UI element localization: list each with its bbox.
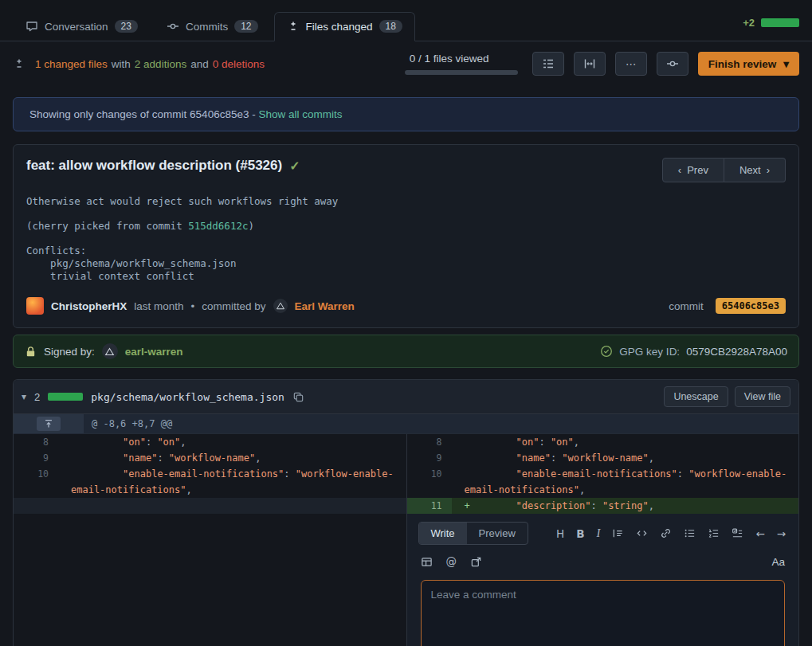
static-text: ) xyxy=(248,220,254,232)
file-tree-toggle-button[interactable] xyxy=(532,52,564,76)
redo-icon[interactable]: → xyxy=(777,527,786,540)
finish-review-button[interactable]: Finish review ▾ xyxy=(698,52,799,76)
static-text: with xyxy=(112,58,131,70)
prev-commit-button[interactable]: ‹ Prev xyxy=(662,158,724,182)
expand-hunk-button[interactable] xyxy=(37,417,61,431)
chevron-down-icon[interactable]: ▾ xyxy=(22,391,26,402)
comment-textarea[interactable] xyxy=(421,580,786,646)
undo-icon[interactable]: ← xyxy=(755,527,764,540)
unordered-list-icon[interactable] xyxy=(684,527,696,539)
monospace-toggle[interactable]: Aa xyxy=(771,556,785,568)
ellipsis-icon: ⋯ xyxy=(626,58,636,70)
code-line xyxy=(58,498,406,514)
write-tab[interactable]: Write xyxy=(419,523,467,544)
copy-icon xyxy=(292,391,304,403)
show-all-commits-link[interactable]: Show all commits xyxy=(258,108,342,120)
files-toolbar: 1 changed files with 2 additions and 0 d… xyxy=(0,41,812,86)
diffstat-bar xyxy=(761,18,799,27)
deletions-text: 0 deletions xyxy=(213,58,265,70)
copy-path-button[interactable] xyxy=(292,391,304,403)
signer-avatar[interactable] xyxy=(102,343,118,359)
static-text: and xyxy=(190,58,209,70)
tab-conversation[interactable]: Conversation 23 xyxy=(13,12,151,41)
line-number[interactable]: 9 xyxy=(14,450,58,466)
commit-sha-badge[interactable]: 65406c85e3 xyxy=(716,298,786,314)
diff-options-button[interactable]: ⋯ xyxy=(615,52,647,76)
view-file-button[interactable]: View file xyxy=(735,386,790,407)
chevron-right-icon: › xyxy=(767,164,770,176)
banner-text: Showing only changes of commit 65406c85e… xyxy=(29,108,256,120)
commit-select-button[interactable] xyxy=(657,52,688,76)
quote-icon[interactable] xyxy=(612,527,624,539)
check-icon: ✓ xyxy=(289,159,300,174)
unescape-button[interactable]: Unescape xyxy=(664,386,728,407)
bold-icon[interactable]: B xyxy=(576,527,584,540)
signer-name-link[interactable]: earl-warren xyxy=(125,346,183,358)
hunk-header-text: @ -8,6 +8,7 @@ xyxy=(84,414,172,433)
mention-icon[interactable]: @ xyxy=(446,555,457,568)
line-number[interactable]: 8 xyxy=(407,434,452,450)
commit-filter-banner: Showing only changes of commit 65406c85e… xyxy=(13,97,799,131)
file-tree-icon xyxy=(542,57,555,70)
link-icon[interactable] xyxy=(660,527,672,539)
tab-commits[interactable]: Commits 12 xyxy=(154,12,271,41)
changed-files-link[interactable]: 1 changed files xyxy=(35,58,108,70)
editor-toolbar: Write Preview H B I xyxy=(418,522,788,545)
line-number[interactable]: 9 xyxy=(407,450,452,466)
signature-banner: Signed by: earl-warren GPG key ID: 0579C… xyxy=(13,335,799,368)
diff-filler-row xyxy=(14,498,406,514)
tab-files-changed[interactable]: Files changed 18 xyxy=(274,12,415,41)
additions-count: +2 xyxy=(743,17,755,29)
author-name-link[interactable]: ChristopherHX xyxy=(51,300,127,312)
reference-icon[interactable] xyxy=(470,556,482,568)
file-name: pkg/schema/workflow_schema.json xyxy=(91,391,284,403)
line-number[interactable]: 10 xyxy=(14,466,58,498)
tab-count-badge: 18 xyxy=(379,20,402,33)
files-viewed-label: 0 / 1 files viewed xyxy=(405,53,489,65)
diffstat-summary: 1 changed files with 2 additions and 0 d… xyxy=(35,58,265,70)
diff-code-row: 10 "enable-email-notifications": "workfl… xyxy=(14,466,406,498)
committer-avatar[interactable] xyxy=(273,299,288,313)
diff-code-row: 9 "name": "workflow-name", xyxy=(407,450,799,466)
code-line: "name": "workflow-name", xyxy=(452,450,799,466)
prev-label: Prev xyxy=(687,164,708,176)
code-line: "name": "workflow-name", xyxy=(58,450,406,466)
line-number[interactable]: 8 xyxy=(14,434,58,450)
global-diffstat: +2 xyxy=(743,17,799,41)
line-number[interactable]: 11 xyxy=(407,498,452,514)
editor-toolbar-secondary: @ Aa xyxy=(418,555,788,568)
next-commit-button[interactable]: Next › xyxy=(724,158,786,182)
cherry-pick-hash-link[interactable]: 515dd6612c xyxy=(188,220,248,232)
diff-bottom-row: Write Preview H B I xyxy=(14,514,798,646)
code-line: "on": "on", xyxy=(452,434,799,450)
preview-tab[interactable]: Preview xyxy=(467,523,528,544)
committer-name-link[interactable]: Earl Warren xyxy=(295,300,355,312)
diff-right-column: 8 "on": "on",9 "name": "workflow-name",1… xyxy=(406,434,799,514)
diff-code-row: 10 "enable-email-notifications": "workfl… xyxy=(407,466,799,498)
gpg-key-label: GPG key ID: xyxy=(619,346,680,358)
table-icon[interactable] xyxy=(421,556,433,568)
commit-title-text: feat: allow workflow description (#5326) xyxy=(26,158,282,174)
gpg-key-value: 0579CB2928A78A00 xyxy=(686,346,787,358)
file-stat-count: 2 xyxy=(34,391,40,403)
editor-mode-tabs: Write Preview xyxy=(418,522,528,545)
commit-footer: ChristopherHX last month • committed by … xyxy=(14,284,798,327)
commit-icon xyxy=(167,20,179,33)
code-line: "enable-email-notifications": "workflow-… xyxy=(452,466,799,498)
code-icon[interactable] xyxy=(636,527,648,539)
task-list-icon[interactable] xyxy=(732,527,743,539)
line-number[interactable]: 10 xyxy=(407,466,452,498)
heading-icon[interactable]: H xyxy=(556,527,564,540)
commit-nav: ‹ Prev Next › xyxy=(662,158,786,182)
split-columns-icon xyxy=(583,57,596,70)
commit-time: last month xyxy=(134,300,183,312)
code-line: "on": "on", xyxy=(58,434,406,450)
static-text: (cherry picked from commit xyxy=(26,220,188,232)
italic-icon[interactable]: I xyxy=(597,527,601,540)
lock-icon xyxy=(25,346,37,358)
ordered-list-icon[interactable] xyxy=(708,527,720,539)
dot-separator: • xyxy=(191,300,195,312)
split-view-button[interactable] xyxy=(574,52,606,76)
file-header-actions: Unescape View file xyxy=(664,386,790,407)
author-avatar[interactable] xyxy=(26,297,44,315)
